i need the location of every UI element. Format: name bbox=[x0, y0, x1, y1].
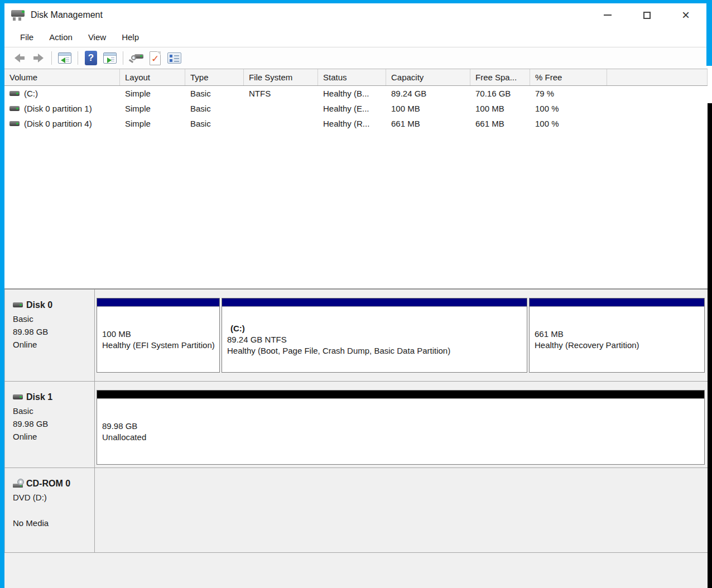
volume-name: (Disk 0 partition 4) bbox=[24, 119, 92, 128]
volume-name: (C:) bbox=[24, 89, 38, 98]
back-button[interactable] bbox=[10, 50, 29, 66]
cell-layout: Simple bbox=[120, 101, 185, 116]
cell-layout: Simple bbox=[120, 86, 185, 101]
menu-bar: File Action View Help bbox=[4, 27, 708, 47]
properties-button[interactable] bbox=[165, 50, 184, 66]
partition-size: 89.24 GB NTFS bbox=[227, 334, 525, 345]
disk-icon bbox=[13, 394, 23, 399]
table-row-disk0-partition1[interactable]: (Disk 0 partition 1) Simple Basic Health… bbox=[4, 101, 708, 116]
console-tree-icon bbox=[58, 52, 71, 64]
partition-c-drive[interactable]: (C:) 89.24 GB NTFS Healthy (Boot, Page F… bbox=[222, 298, 527, 373]
show-action-pane-button[interactable] bbox=[100, 50, 119, 66]
column-header-pct-free[interactable]: % Free bbox=[530, 69, 607, 85]
table-row-disk0-partition4[interactable]: (Disk 0 partition 4) Simple Basic Health… bbox=[4, 116, 708, 131]
cell-free-space: 100 MB bbox=[470, 101, 530, 116]
disk-management-window: Disk Management × File Action View Help bbox=[0, 0, 712, 588]
minimize-icon bbox=[604, 15, 612, 16]
partition-size: 100 MB bbox=[102, 329, 217, 340]
column-header-status[interactable]: Status bbox=[318, 69, 386, 85]
disk-management-app-icon bbox=[11, 9, 26, 21]
column-header-filler bbox=[607, 69, 708, 85]
menu-help[interactable]: Help bbox=[114, 29, 147, 45]
window-controls: × bbox=[581, 6, 708, 25]
disk-name: Disk 0 bbox=[26, 298, 52, 311]
window-border-left bbox=[0, 0, 4, 588]
menu-file[interactable]: File bbox=[12, 29, 41, 45]
show-console-tree-button[interactable] bbox=[55, 50, 74, 66]
check-volume-button[interactable]: ✓ bbox=[146, 50, 165, 66]
forward-arrow-icon bbox=[32, 54, 45, 62]
disk-type: Basic bbox=[13, 312, 92, 325]
partition-size: 661 MB bbox=[535, 329, 702, 340]
action-pane-icon bbox=[103, 52, 117, 64]
cdrom-media-area bbox=[95, 468, 708, 552]
column-header-layout[interactable]: Layout bbox=[120, 69, 185, 85]
toolbar-separator bbox=[51, 51, 52, 65]
cell-type: Basic bbox=[185, 116, 244, 131]
volume-icon bbox=[9, 91, 20, 96]
volume-name: (Disk 0 partition 1) bbox=[24, 104, 92, 113]
cell-pct-free: 100 % bbox=[530, 116, 607, 131]
partition-recovery[interactable]: 661 MB Healthy (Recovery Partition) bbox=[529, 298, 705, 373]
minimize-button[interactable] bbox=[595, 6, 620, 25]
window-border-right bbox=[706, 0, 712, 66]
title-bar: Disk Management × bbox=[4, 3, 708, 27]
cdrom-name: CD-ROM 0 bbox=[26, 477, 70, 490]
toolbar: ? ✓ bbox=[4, 47, 708, 69]
volume-icon bbox=[9, 106, 20, 111]
column-header-file-system[interactable]: File System bbox=[244, 69, 318, 85]
disk-status: Online bbox=[13, 430, 92, 443]
unallocated-space[interactable]: 89.98 GB Unallocated bbox=[97, 390, 705, 465]
cell-capacity: 89.24 GB bbox=[386, 86, 470, 101]
cell-pct-free: 79 % bbox=[530, 86, 607, 101]
cdrom-media-status: No Media bbox=[13, 517, 92, 529]
window-border-top bbox=[0, 0, 712, 3]
volume-list-header: Volume Layout Type File System Status Ca… bbox=[4, 69, 708, 86]
disk1-label[interactable]: Disk 1 Basic 89.98 GB Online bbox=[4, 382, 95, 467]
cdrom-label[interactable]: CD-ROM 0 DVD (D:) No Media bbox=[4, 468, 95, 552]
toolbar-separator bbox=[123, 51, 123, 65]
cell-file-system bbox=[244, 101, 318, 116]
cell-type: Basic bbox=[185, 86, 244, 101]
volume-icon bbox=[9, 121, 20, 126]
cell-file-system: NTFS bbox=[244, 86, 318, 101]
partition-status: Healthy (Boot, Page File, Crash Dump, Ba… bbox=[227, 345, 525, 356]
unallocated-color-bar bbox=[97, 391, 704, 398]
cell-capacity: 661 MB bbox=[386, 116, 470, 131]
disk0-label[interactable]: Disk 0 Basic 89.98 GB Online bbox=[4, 290, 95, 381]
column-header-volume[interactable]: Volume bbox=[4, 69, 120, 85]
column-header-type[interactable]: Type bbox=[185, 69, 244, 85]
cell-free-space: 661 MB bbox=[470, 116, 530, 131]
cell-status: Healthy (R... bbox=[318, 116, 386, 131]
disk1-partitions: 89.98 GB Unallocated bbox=[95, 382, 708, 467]
partition-label: (C:) bbox=[230, 323, 525, 334]
menu-action[interactable]: Action bbox=[41, 29, 80, 45]
unallocated-status: Unallocated bbox=[102, 432, 702, 443]
disk-type: Basic bbox=[13, 404, 92, 417]
column-header-free-space[interactable]: Free Spa... bbox=[470, 69, 530, 85]
cell-layout: Simple bbox=[120, 116, 185, 131]
maximize-button[interactable] bbox=[634, 6, 660, 25]
rescan-disks-icon bbox=[129, 52, 143, 64]
partition-color-bar bbox=[530, 298, 704, 306]
help-button[interactable]: ? bbox=[81, 50, 100, 66]
window-title: Disk Management bbox=[31, 10, 103, 20]
partition-efi-system[interactable]: 100 MB Healthy (EFI System Partition) bbox=[97, 298, 220, 373]
menu-view[interactable]: View bbox=[80, 29, 114, 45]
disk-size: 89.98 GB bbox=[13, 417, 92, 430]
graphical-view-pane: Disk 0 Basic 89.98 GB Online 100 MB Heal… bbox=[4, 288, 708, 588]
cdrom-icon bbox=[13, 479, 24, 489]
cell-status: Healthy (B... bbox=[318, 86, 386, 101]
close-button[interactable]: × bbox=[673, 6, 699, 25]
forward-button[interactable] bbox=[29, 50, 48, 66]
cell-capacity: 100 MB bbox=[386, 101, 470, 116]
partition-status: Healthy (Recovery Partition) bbox=[535, 340, 702, 351]
column-header-capacity[interactable]: Capacity bbox=[386, 69, 470, 85]
cell-file-system bbox=[244, 116, 318, 131]
disk0-row: Disk 0 Basic 89.98 GB Online 100 MB Heal… bbox=[4, 290, 708, 381]
cdrom-drive-letter: DVD (D:) bbox=[13, 491, 92, 504]
table-row-volume-c[interactable]: (C:) Simple Basic NTFS Healthy (B... 89.… bbox=[4, 86, 708, 101]
disk-size: 89.98 GB bbox=[13, 325, 92, 338]
rescan-disks-button[interactable] bbox=[127, 50, 146, 66]
cell-pct-free: 100 % bbox=[530, 101, 607, 116]
